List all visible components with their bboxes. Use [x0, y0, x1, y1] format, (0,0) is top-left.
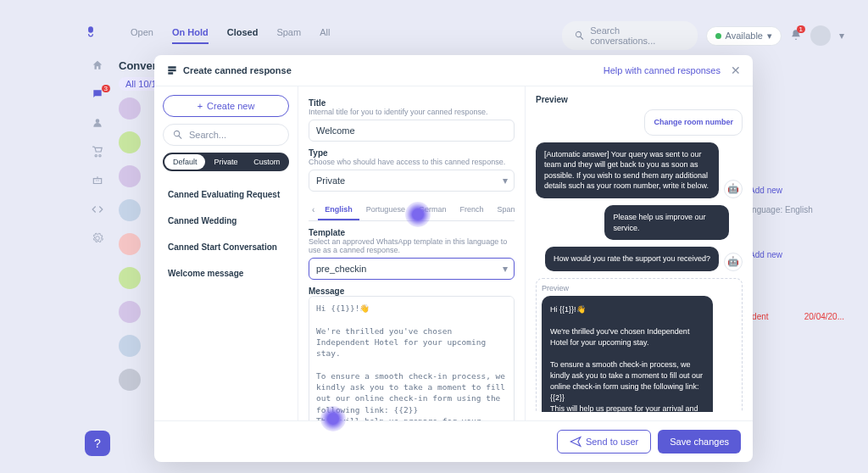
- plus-icon: +: [198, 101, 203, 111]
- search-canned-input[interactable]: Search...: [163, 124, 289, 146]
- type-sub: Choose who should have access to this ca…: [309, 158, 515, 166]
- user-avatar[interactable]: [810, 25, 831, 46]
- status-dot: [715, 33, 721, 39]
- type-select[interactable]: [309, 170, 515, 192]
- preview-message: Hi {{1}}!👋 We're thrilled you've chosen …: [542, 296, 713, 412]
- search-icon: [574, 30, 586, 42]
- app-logo: [85, 25, 105, 46]
- rail-cart-icon[interactable]: [92, 146, 107, 161]
- tab-closed[interactable]: Closed: [227, 27, 259, 44]
- rail-code-icon[interactable]: [92, 203, 107, 219]
- send-icon: [570, 436, 581, 448]
- date-label: 20/04/20...: [804, 312, 844, 321]
- title-input[interactable]: [309, 120, 515, 142]
- message-textarea[interactable]: Hi {{1}}!👋 We're thrilled you've chosen …: [309, 296, 515, 420]
- search-placeholder: Search conversations...: [590, 25, 685, 46]
- seg-private[interactable]: Private: [205, 154, 246, 170]
- notifications-button[interactable]: 1: [790, 29, 802, 43]
- preview-tag: Preview: [542, 284, 737, 292]
- lang-tab-german[interactable]: German: [412, 200, 453, 220]
- auto-answer-bubble: [Automatic answer] Your query was sent t…: [536, 142, 719, 198]
- bot-icon: 🤖: [724, 253, 743, 271]
- message-label: Message: [309, 287, 515, 296]
- rail-home-icon[interactable]: [92, 59, 107, 75]
- preview-label: Preview: [536, 95, 743, 104]
- canned-item[interactable]: Welcome message: [163, 262, 289, 285]
- tab-all[interactable]: All: [320, 27, 330, 44]
- template-select[interactable]: [309, 258, 515, 280]
- tab-open[interactable]: Open: [131, 27, 153, 44]
- chevron-down-icon[interactable]: ▾: [839, 30, 844, 42]
- search-conversations[interactable]: Search conversations...: [562, 21, 698, 50]
- lang-tab-portuguese[interactable]: Portuguese: [359, 200, 412, 220]
- lang-tab-french[interactable]: French: [453, 200, 490, 220]
- save-changes-button[interactable]: Save changes: [658, 430, 741, 454]
- lang-tab-spanish[interactable]: Spanish: [490, 200, 515, 220]
- search-icon: [172, 129, 184, 141]
- chevron-down-icon: ▾: [767, 31, 772, 42]
- improve-bubble: Please help us improve our service.: [604, 205, 728, 240]
- change-room-button[interactable]: Change room number: [644, 109, 743, 136]
- create-new-button[interactable]: + Create new: [163, 95, 289, 117]
- canned-item[interactable]: Canned Start Conversation: [163, 236, 289, 259]
- visibility-segment: Default Private Custom: [163, 153, 289, 171]
- bot-icon: 🤖: [724, 180, 743, 198]
- canned-icon: [166, 64, 178, 76]
- seg-custom[interactable]: Custom: [247, 154, 287, 170]
- send-to-user-button[interactable]: Send to user: [557, 430, 651, 454]
- canned-item[interactable]: Canned Evaluating Request: [163, 183, 289, 206]
- title-label: Title: [309, 98, 515, 108]
- rail-settings-icon[interactable]: [92, 232, 107, 248]
- lang-prev[interactable]: ‹: [309, 200, 318, 220]
- help-button[interactable]: ?: [85, 431, 110, 456]
- rail-people-icon[interactable]: [92, 117, 107, 132]
- type-label: Type: [309, 148, 515, 158]
- chevron-down-icon: ▾: [503, 175, 508, 186]
- modal-title: Create canned response: [183, 65, 292, 75]
- rail-bot-icon[interactable]: [92, 175, 107, 190]
- notification-count: 1: [797, 25, 805, 33]
- language-label: Language: English: [743, 205, 813, 214]
- help-link[interactable]: Help with canned responses: [604, 65, 721, 75]
- close-button[interactable]: ✕: [731, 64, 741, 77]
- rail-chat-icon[interactable]: 3: [92, 88, 107, 103]
- template-label: Template: [309, 228, 515, 237]
- seg-default[interactable]: Default: [164, 154, 205, 170]
- tab-onhold[interactable]: On Hold: [172, 27, 209, 44]
- availability-toggle[interactable]: Available ▾: [706, 26, 782, 46]
- chevron-down-icon: ▾: [503, 263, 508, 275]
- tab-spam[interactable]: Spam: [276, 27, 301, 44]
- template-sub: Select an approved WhatsApp template in …: [309, 237, 515, 254]
- canned-item[interactable]: Canned Wedding: [163, 209, 289, 232]
- title-sub: Internal title for you to identify your …: [309, 108, 515, 116]
- lang-tab-english[interactable]: English: [318, 200, 359, 220]
- rate-bubble: How would you rate the support you recei…: [545, 247, 719, 271]
